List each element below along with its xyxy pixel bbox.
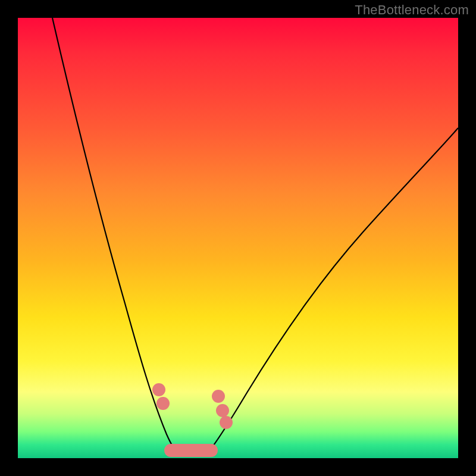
marker-right-1 xyxy=(212,390,225,403)
outer-frame: TheBottleneck.com xyxy=(0,0,476,476)
marker-right-3 xyxy=(220,416,233,429)
watermark-text: TheBottleneck.com xyxy=(355,2,469,18)
right-curve xyxy=(208,128,458,452)
marker-right-2 xyxy=(216,404,229,417)
marker-left-1 xyxy=(152,383,165,396)
chart-svg xyxy=(18,18,458,458)
plot-area xyxy=(18,18,458,458)
marker-left-2 xyxy=(156,397,170,410)
